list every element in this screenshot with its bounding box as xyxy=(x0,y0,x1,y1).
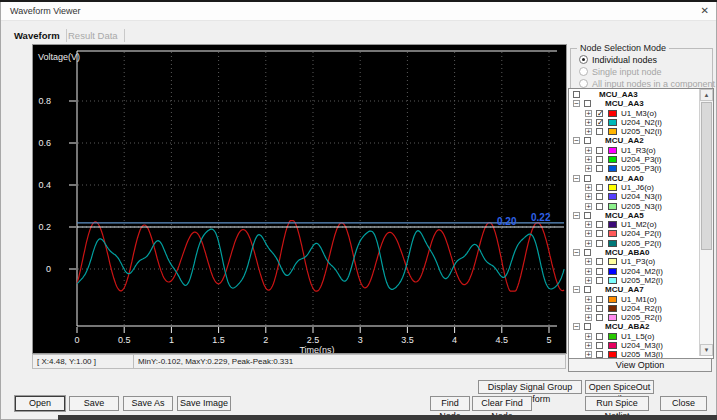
tree-node-row[interactable]: +U1_M2(o) xyxy=(569,220,699,229)
tree-node-row[interactable]: +U205_M2(i) xyxy=(569,276,699,285)
tree-group-row[interactable]: −MCU_AA0 xyxy=(569,174,699,183)
save-image-button[interactable]: Save Image xyxy=(177,396,231,411)
expand-icon[interactable]: + xyxy=(585,193,592,200)
expand-icon[interactable]: + xyxy=(585,119,592,126)
node-checkbox[interactable] xyxy=(596,203,603,210)
collapse-icon[interactable]: − xyxy=(573,323,580,330)
tree-node-row[interactable]: +U205_N3(i) xyxy=(569,202,699,211)
node-checkbox[interactable] xyxy=(573,91,580,98)
tree-node-row[interactable]: +U204_M3(i) xyxy=(569,341,699,350)
scrollbar-thumb[interactable] xyxy=(701,102,712,250)
node-tree[interactable]: MCU_AA3−MCU_AA3+✓U1_M3(o)+✓U204_N2(i)+U2… xyxy=(568,88,714,359)
tree-node-row[interactable]: +U205_R2(i) xyxy=(569,313,699,322)
node-checkbox[interactable] xyxy=(596,296,603,303)
node-checkbox[interactable] xyxy=(596,258,603,265)
close-icon[interactable]: ✕ xyxy=(701,5,709,16)
tree-node-row[interactable]: +U204_P3(i) xyxy=(569,155,699,164)
node-checkbox[interactable]: ✓ xyxy=(596,110,603,117)
radio-icon[interactable] xyxy=(579,55,588,64)
run-spice-netlist-button[interactable]: Run Spice Netlist xyxy=(585,396,649,411)
tree-group-row[interactable]: −MCU_AA5 xyxy=(569,211,699,220)
expand-icon[interactable]: + xyxy=(585,333,592,340)
node-checkbox[interactable] xyxy=(596,128,603,135)
node-checkbox[interactable] xyxy=(596,147,603,154)
tree-group-row[interactable]: −MCU_AA2 xyxy=(569,136,699,145)
node-checkbox[interactable] xyxy=(584,137,591,144)
node-checkbox[interactable] xyxy=(584,323,591,330)
expand-icon[interactable]: + xyxy=(585,128,592,135)
expand-icon[interactable]: + xyxy=(585,147,592,154)
scroll-up-icon[interactable]: ▲ xyxy=(700,89,713,101)
tree-node-row[interactable]: +U205_P2(i) xyxy=(569,239,699,248)
waveform-plot-panel[interactable]: 00.20.40.60.800.511.522.533.544.55Voltag… xyxy=(32,44,567,354)
expand-icon[interactable]: + xyxy=(585,314,592,321)
clear-find-node-button[interactable]: Clear Find Node xyxy=(472,396,532,411)
expand-icon[interactable]: + xyxy=(585,342,592,349)
scroll-down-icon[interactable]: ▼ xyxy=(700,344,713,356)
tree-node-row[interactable]: +U1_P3(o) xyxy=(569,257,699,266)
save-button[interactable]: Save xyxy=(69,396,119,411)
expand-icon[interactable]: + xyxy=(585,277,592,284)
expand-icon[interactable]: + xyxy=(585,203,592,210)
tree-node-row[interactable]: +U204_N3(i) xyxy=(569,192,699,201)
open-button[interactable]: Open xyxy=(15,396,65,411)
tree-node-row[interactable]: +U204_R2(i) xyxy=(569,304,699,313)
expand-icon[interactable]: + xyxy=(585,258,592,265)
node-checkbox[interactable] xyxy=(584,212,591,219)
collapse-icon[interactable]: − xyxy=(573,100,580,107)
radio-individual-nodes[interactable]: Individual nodes xyxy=(579,55,657,66)
collapse-icon[interactable]: − xyxy=(573,175,580,182)
tree-node-row[interactable]: +U1_L5(o) xyxy=(569,332,699,341)
tree-node-row[interactable]: +✓U1_M3(o) xyxy=(569,109,699,118)
expand-icon[interactable]: + xyxy=(585,296,592,303)
tree-node-row[interactable]: +U1_J6(o) xyxy=(569,183,699,192)
node-checkbox[interactable] xyxy=(596,342,603,349)
close-button[interactable]: Close xyxy=(660,396,707,411)
collapse-icon[interactable]: − xyxy=(573,212,580,219)
node-checkbox[interactable] xyxy=(584,249,591,256)
tree-node-row[interactable]: +U1_M1(o) xyxy=(569,295,699,304)
expand-icon[interactable]: + xyxy=(585,221,592,228)
tree-node-row[interactable]: +✓U204_N2(i) xyxy=(569,118,699,127)
node-checkbox[interactable] xyxy=(596,221,603,228)
expand-icon[interactable]: + xyxy=(585,156,592,163)
expand-icon[interactable]: + xyxy=(585,230,592,237)
node-checkbox[interactable]: ✓ xyxy=(596,119,603,126)
node-checkbox[interactable] xyxy=(596,277,603,284)
tree-scrollbar[interactable]: ▲ ▼ xyxy=(699,89,713,356)
node-checkbox[interactable] xyxy=(596,333,603,340)
tree-node-row[interactable]: +U204_M2(i) xyxy=(569,267,699,276)
node-checkbox[interactable] xyxy=(596,305,603,312)
node-checkbox[interactable] xyxy=(596,240,603,247)
node-checkbox[interactable] xyxy=(584,286,591,293)
collapse-icon[interactable]: − xyxy=(573,137,580,144)
node-checkbox[interactable] xyxy=(596,230,603,237)
collapse-icon[interactable]: − xyxy=(573,286,580,293)
expand-icon[interactable]: + xyxy=(585,110,592,117)
node-checkbox[interactable] xyxy=(596,156,603,163)
node-checkbox[interactable] xyxy=(584,100,591,107)
node-checkbox[interactable] xyxy=(596,193,603,200)
collapse-icon[interactable]: − xyxy=(573,249,580,256)
node-checkbox[interactable] xyxy=(596,165,603,172)
open-spiceout-file-button[interactable]: Open SpiceOut File xyxy=(585,380,654,394)
tab-result-data[interactable]: Result Data xyxy=(62,29,125,42)
expand-icon[interactable]: + xyxy=(585,165,592,172)
tree-node-row[interactable]: +U205_P3(i) xyxy=(569,164,699,173)
expand-icon[interactable]: + xyxy=(585,268,592,275)
tree-group-row[interactable]: −MCU_AA3 xyxy=(569,99,699,108)
expand-icon[interactable]: + xyxy=(585,184,592,191)
node-checkbox[interactable] xyxy=(596,314,603,321)
expand-icon[interactable]: + xyxy=(585,305,592,312)
tab-waveform[interactable]: Waveform xyxy=(8,29,67,42)
tree-node-row[interactable]: +U205_N2(i) xyxy=(569,127,699,136)
node-checkbox[interactable] xyxy=(596,268,603,275)
expand-icon[interactable]: + xyxy=(585,240,592,247)
node-checkbox[interactable] xyxy=(596,184,603,191)
node-checkbox[interactable] xyxy=(584,175,591,182)
tree-node-row[interactable]: +U204_P2(i) xyxy=(569,229,699,238)
tree-node-row[interactable]: +U1_R3(o) xyxy=(569,146,699,155)
tree-group-row[interactable]: −MCU_AA7 xyxy=(569,285,699,294)
find-node-button[interactable]: Find Node xyxy=(430,396,470,411)
tree-group-row[interactable]: −MCU_ABA0 xyxy=(569,248,699,257)
